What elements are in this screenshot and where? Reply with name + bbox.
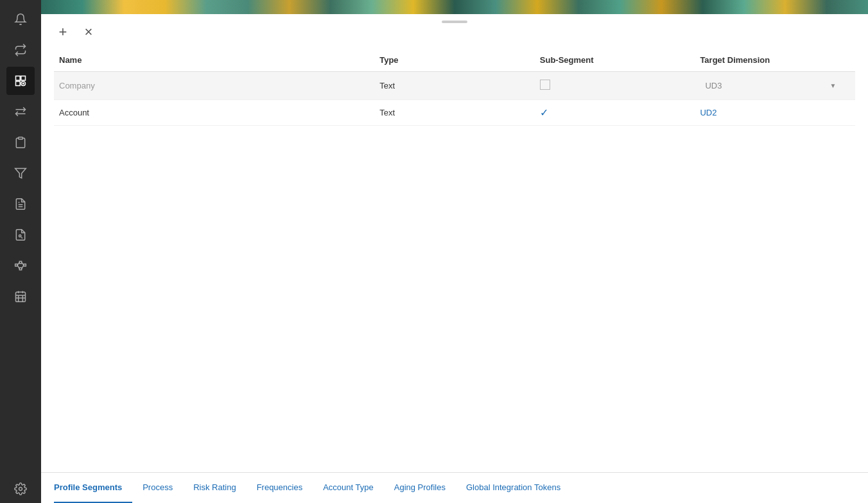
col-target-dimension: Target Dimension bbox=[695, 49, 855, 72]
col-sub-segment: Sub-Segment bbox=[535, 49, 695, 72]
svg-marker-9 bbox=[15, 169, 26, 178]
tab-account-type[interactable]: Account Type bbox=[313, 473, 384, 503]
add-button[interactable]: + bbox=[54, 23, 72, 41]
tab-global-integration-tokens[interactable]: Global Integration Tokens bbox=[456, 473, 571, 503]
profile-config-icon[interactable] bbox=[6, 67, 35, 95]
sub-segment-cell[interactable]: ✓ bbox=[535, 100, 695, 126]
toolbar: + × bbox=[41, 14, 868, 49]
svg-point-28 bbox=[19, 488, 22, 491]
tab-aging-profiles[interactable]: Aging Profiles bbox=[384, 473, 456, 503]
sidebar bbox=[0, 0, 41, 503]
svg-rect-13 bbox=[15, 264, 17, 266]
clipboard-icon[interactable] bbox=[6, 128, 35, 157]
svg-rect-0 bbox=[16, 76, 21, 81]
col-type: Type bbox=[374, 49, 535, 72]
name-cell: Account bbox=[59, 108, 89, 117]
target-dimension-select[interactable]: UD3▼ bbox=[700, 78, 841, 93]
target-dimension-cell[interactable]: UD2 bbox=[695, 100, 855, 126]
bottom-tabs: Profile SegmentsProcessRisk RatingFreque… bbox=[41, 472, 868, 503]
sub-segment-checkbox-active[interactable]: ✓ bbox=[540, 107, 548, 118]
content-area: + × Name Type Sub-Segment Target Dimensi… bbox=[41, 14, 868, 503]
svg-line-20 bbox=[22, 265, 24, 269]
table-container: Name Type Sub-Segment Target Dimension T… bbox=[41, 49, 868, 472]
svg-rect-8 bbox=[19, 137, 23, 139]
table-row: TextUD3▼ bbox=[54, 72, 855, 100]
svg-rect-1 bbox=[21, 76, 26, 81]
filter-icon[interactable] bbox=[6, 159, 35, 187]
hierarchy-icon[interactable] bbox=[6, 252, 35, 280]
tab-frequencies[interactable]: Frequencies bbox=[247, 473, 313, 503]
main-content: + × Name Type Sub-Segment Target Dimensi… bbox=[41, 0, 868, 503]
table-row: AccountText✓UD2 bbox=[54, 100, 855, 126]
sub-segment-checkbox-inactive[interactable] bbox=[540, 80, 550, 90]
target-dimension-cell[interactable]: UD3▼ bbox=[695, 72, 855, 100]
segments-table: Name Type Sub-Segment Target Dimension T… bbox=[54, 49, 855, 126]
svg-rect-16 bbox=[24, 264, 26, 266]
remove-button[interactable]: × bbox=[80, 23, 98, 41]
grid-calendar-icon[interactable] bbox=[6, 282, 35, 311]
report-view-icon[interactable] bbox=[6, 221, 35, 249]
settings-gear-icon[interactable] bbox=[6, 475, 35, 503]
type-cell: Text bbox=[374, 100, 535, 126]
svg-point-12 bbox=[19, 235, 21, 237]
type-cell: Text bbox=[374, 72, 535, 100]
tab-profile-segments[interactable]: Profile Segments bbox=[54, 473, 132, 503]
document-lines-icon[interactable] bbox=[6, 190, 35, 218]
name-input[interactable] bbox=[59, 81, 369, 90]
sub-segment-cell[interactable] bbox=[535, 72, 695, 100]
transfer-icon[interactable] bbox=[6, 98, 35, 126]
svg-line-18 bbox=[17, 265, 19, 269]
svg-rect-14 bbox=[19, 261, 21, 263]
top-banner bbox=[41, 0, 868, 14]
tab-risk-rating[interactable]: Risk Rating bbox=[183, 473, 246, 503]
svg-rect-21 bbox=[16, 292, 26, 302]
svg-rect-2 bbox=[16, 81, 21, 86]
refresh-icon[interactable] bbox=[6, 36, 35, 64]
svg-rect-15 bbox=[19, 268, 21, 269]
tab-process[interactable]: Process bbox=[132, 473, 183, 503]
col-name: Name bbox=[54, 49, 374, 72]
bell-icon[interactable] bbox=[6, 5, 35, 33]
drag-handle[interactable] bbox=[442, 21, 467, 23]
target-dimension-link[interactable]: UD2 bbox=[700, 108, 716, 117]
